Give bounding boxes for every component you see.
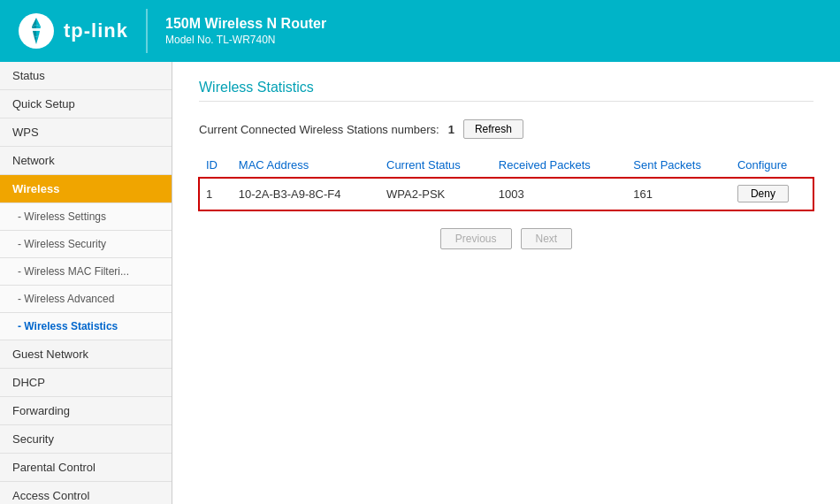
cell-received-packets: 1003 (492, 178, 627, 210)
sidebar-item-quick-setup[interactable]: Quick Setup (0, 90, 172, 118)
col-status: Current Status (379, 153, 492, 178)
sidebar-item-dhcp[interactable]: DHCP (0, 369, 172, 397)
sidebar-item-parental-control[interactable]: Parental Control (0, 454, 172, 482)
sidebar-item-guest-network[interactable]: Guest Network (0, 340, 172, 369)
sidebar-item-forwarding[interactable]: Forwarding (0, 397, 172, 425)
previous-button[interactable]: Previous (440, 228, 512, 249)
stations-count: 1 (448, 123, 454, 136)
pagination: Previous Next (199, 228, 813, 249)
cell-configure: Deny (730, 178, 813, 210)
cell-id: 1 (199, 178, 232, 210)
sidebar-item-wireless[interactable]: Wireless (0, 175, 172, 203)
sidebar-item-wireless-advanced[interactable]: - Wireless Advanced (0, 286, 172, 313)
cell-mac: 10-2A-B3-A9-8C-F4 (232, 178, 379, 210)
tplink-logo-icon (18, 12, 55, 50)
svg-rect-1 (30, 28, 42, 31)
router-model: Model No. TL-WR740N (165, 34, 326, 46)
logo-area: tp-link (18, 12, 128, 50)
sidebar-item-wireless-security[interactable]: - Wireless Security (0, 231, 172, 258)
brand-name: tp-link (64, 19, 128, 42)
cell-current-status: WPA2-PSK (379, 178, 492, 210)
header: tp-link 150M Wireless N Router Model No.… (0, 0, 840, 62)
deny-button[interactable]: Deny (737, 185, 789, 202)
sidebar-item-wireless-mac-filtering[interactable]: - Wireless MAC Filteri... (0, 258, 172, 286)
sidebar-item-wps[interactable]: WPS (0, 118, 172, 147)
content-area: Wireless Statistics Current Connected Wi… (172, 62, 840, 504)
stations-table-wrapper: ID MAC Address Current Status Received P… (199, 153, 813, 210)
col-mac: MAC Address (232, 153, 379, 178)
stations-info: Current Connected Wireless Stations numb… (199, 119, 813, 139)
sidebar-item-wireless-settings[interactable]: - Wireless Settings (0, 203, 172, 231)
table-header-row: ID MAC Address Current Status Received P… (199, 153, 813, 178)
sidebar-item-wireless-statistics[interactable]: - Wireless Statistics (0, 313, 172, 340)
col-sent: Sent Packets (626, 153, 730, 178)
cell-sent-packets: 161 (626, 178, 730, 210)
table-body: 110-2A-B3-A9-8C-F4WPA2-PSK1003161Deny (199, 178, 813, 210)
header-info: 150M Wireless N Router Model No. TL-WR74… (165, 16, 326, 46)
refresh-button[interactable]: Refresh (463, 119, 523, 139)
sidebar-item-security[interactable]: Security (0, 425, 172, 454)
stations-table: ID MAC Address Current Status Received P… (199, 153, 813, 210)
header-divider (146, 9, 148, 53)
page-title: Wireless Statistics (199, 80, 813, 102)
router-name: 150M Wireless N Router (165, 16, 326, 32)
col-received: Received Packets (492, 153, 627, 178)
table-row: 110-2A-B3-A9-8C-F4WPA2-PSK1003161Deny (199, 178, 813, 210)
main-layout: StatusQuick SetupWPSNetworkWireless- Wir… (0, 62, 840, 504)
stations-label: Current Connected Wireless Stations numb… (199, 123, 439, 136)
sidebar-item-network[interactable]: Network (0, 147, 172, 175)
sidebar-item-access-control[interactable]: Access Control (0, 482, 172, 504)
col-configure: Configure (730, 153, 813, 178)
sidebar-item-status[interactable]: Status (0, 62, 172, 90)
next-button[interactable]: Next (521, 228, 573, 249)
sidebar: StatusQuick SetupWPSNetworkWireless- Wir… (0, 62, 172, 504)
table-header: ID MAC Address Current Status Received P… (199, 153, 813, 178)
col-id: ID (199, 153, 232, 178)
